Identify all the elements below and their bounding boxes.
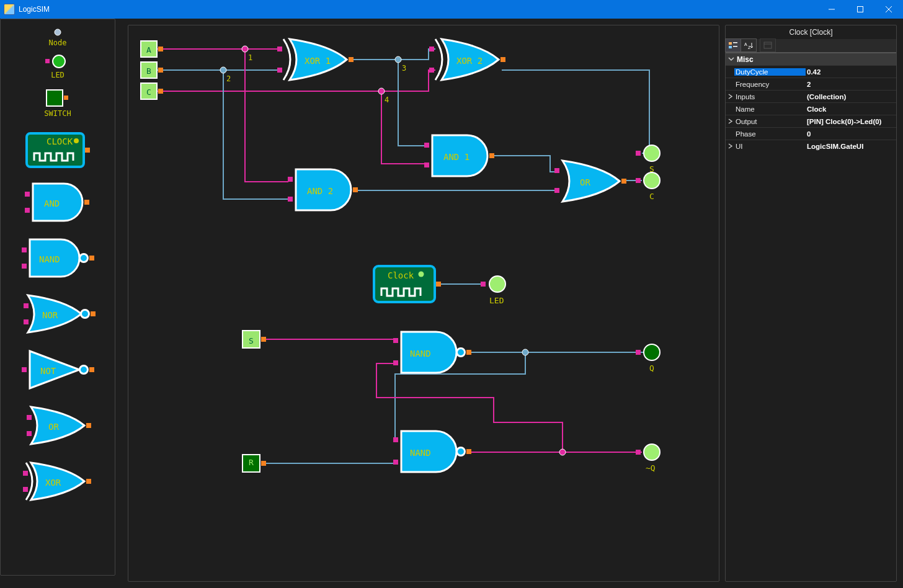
led-q[interactable]: Q <box>636 344 660 373</box>
svg-rect-91 <box>466 350 471 355</box>
property-value[interactable]: 2 <box>806 81 896 88</box>
expand-icon[interactable] <box>726 143 734 150</box>
led-clock[interactable]: LED <box>481 276 505 305</box>
gate-and2[interactable]: AND 2 <box>288 169 358 210</box>
palette-node[interactable]: Node <box>1 28 115 47</box>
minimize-button[interactable] <box>817 0 846 19</box>
property-row-phase[interactable]: Phase0 <box>726 127 896 140</box>
property-value[interactable]: Clock <box>806 105 896 113</box>
latch-feedback-node-bottom[interactable] <box>559 449 566 455</box>
svg-text:LED: LED <box>489 296 504 305</box>
svg-point-15 <box>80 254 88 262</box>
svg-rect-8 <box>64 96 68 100</box>
property-row-frequency[interactable]: Frequency2 <box>726 78 896 90</box>
svg-text:A: A <box>744 42 747 47</box>
palette-switch[interactable]: SWITCH <box>1 89 115 118</box>
svg-rect-90 <box>393 360 398 365</box>
maximize-button[interactable] <box>846 0 874 19</box>
svg-point-78 <box>419 272 424 277</box>
svg-point-101 <box>644 444 660 460</box>
svg-rect-93 <box>393 437 398 442</box>
property-row-output[interactable]: Output[PIN] Clock(0)->Led(0) <box>726 115 896 127</box>
node-1[interactable]: 1 <box>242 46 252 62</box>
svg-rect-60 <box>489 153 494 158</box>
palette-switch-label: SWITCH <box>1 109 115 118</box>
expand-icon[interactable] <box>726 93 734 100</box>
property-pages-button[interactable] <box>760 38 776 52</box>
canvas-area[interactable]: A B C 1 2 <box>128 25 719 582</box>
property-category-misc[interactable]: Misc <box>726 53 896 65</box>
collapse-icon[interactable] <box>728 55 737 64</box>
palette-panel: Node LED SWITCH <box>0 19 115 576</box>
node-2[interactable]: 2 <box>220 67 231 83</box>
gate-and1[interactable]: AND 1 <box>424 135 494 176</box>
property-value[interactable]: (Collection) <box>806 93 896 100</box>
switch-c[interactable]: C <box>141 83 163 99</box>
svg-rect-73 <box>636 178 641 183</box>
svg-rect-63 <box>288 197 293 202</box>
svg-rect-104 <box>733 42 737 43</box>
property-name: Output <box>734 118 806 125</box>
palette-led[interactable]: LED <box>1 54 115 79</box>
close-button[interactable] <box>874 0 903 19</box>
switch-r[interactable]: R <box>242 455 266 472</box>
svg-rect-95 <box>466 449 471 454</box>
svg-rect-52 <box>349 57 354 62</box>
svg-text:C: C <box>649 192 654 201</box>
gate-xor1[interactable]: XOR 1 <box>277 39 354 80</box>
property-row-inputs[interactable]: Inputs(Collection) <box>726 90 896 102</box>
svg-text:R: R <box>249 458 254 467</box>
palette-xor[interactable]: XOR <box>1 460 115 505</box>
svg-rect-38 <box>158 68 163 73</box>
palette-clock[interactable]: CLOCK <box>1 131 115 171</box>
palette-or[interactable]: OR <box>1 404 115 449</box>
svg-rect-31 <box>86 479 91 484</box>
palette-node-label: Node <box>1 38 115 47</box>
svg-text:4: 4 <box>385 96 389 104</box>
switch-a[interactable]: A <box>141 41 163 57</box>
palette-nor[interactable]: NOR <box>1 292 115 337</box>
svg-rect-35 <box>158 47 163 51</box>
properties-panel: Clock [Clock] AZ Misc DutyCycle0.42Frequ… <box>725 25 897 582</box>
property-category-label: Misc <box>737 55 754 64</box>
led-nq[interactable]: ~Q <box>636 444 660 473</box>
svg-point-44 <box>220 67 226 73</box>
property-value[interactable]: LogicSIM.GateUI <box>806 143 896 150</box>
gate-or[interactable]: OR <box>554 161 626 202</box>
led-c[interactable]: C <box>636 172 660 201</box>
gate-xor2[interactable]: XOR 2 <box>429 39 505 80</box>
svg-rect-55 <box>429 68 434 73</box>
palette-nand[interactable]: NAND <box>1 236 115 282</box>
palette-not[interactable]: NOT <box>1 348 115 393</box>
alphabetical-button[interactable]: AZ <box>741 38 757 52</box>
categorized-button[interactable] <box>725 38 741 52</box>
clock-block[interactable]: Clock <box>374 266 441 302</box>
property-value[interactable]: 0.42 <box>806 68 896 76</box>
palette-and[interactable]: AND <box>1 180 115 226</box>
svg-rect-105 <box>729 46 732 48</box>
led-s[interactable]: S <box>636 145 660 174</box>
property-value[interactable]: [PIN] Clock(0)->Led(0) <box>806 118 896 125</box>
svg-text:Q: Q <box>649 363 654 373</box>
svg-point-19 <box>81 310 89 318</box>
node-3[interactable]: 3 <box>395 56 406 73</box>
property-row-dutycycle[interactable]: DutyCycle0.42 <box>726 65 896 78</box>
svg-rect-56 <box>500 57 505 62</box>
svg-text:3: 3 <box>402 64 406 73</box>
svg-text:B: B <box>146 66 151 76</box>
property-row-ui[interactable]: UILogicSIM.GateUI <box>726 140 896 152</box>
svg-point-46 <box>395 56 401 63</box>
gate-nand2[interactable]: NAND <box>393 431 471 472</box>
property-row-name[interactable]: NameClock <box>726 102 896 115</box>
latch-feedback-node-top[interactable] <box>522 349 528 355</box>
property-value[interactable]: 0 <box>806 130 896 138</box>
switch-b[interactable]: B <box>141 62 163 78</box>
svg-rect-27 <box>27 431 32 436</box>
node-4[interactable]: 4 <box>378 88 389 104</box>
svg-rect-54 <box>429 47 434 51</box>
switch-s[interactable]: S <box>242 331 266 348</box>
expand-icon[interactable] <box>726 118 734 125</box>
gate-nand1[interactable]: NAND <box>393 332 471 373</box>
svg-rect-29 <box>23 471 28 476</box>
svg-point-4 <box>55 29 61 35</box>
